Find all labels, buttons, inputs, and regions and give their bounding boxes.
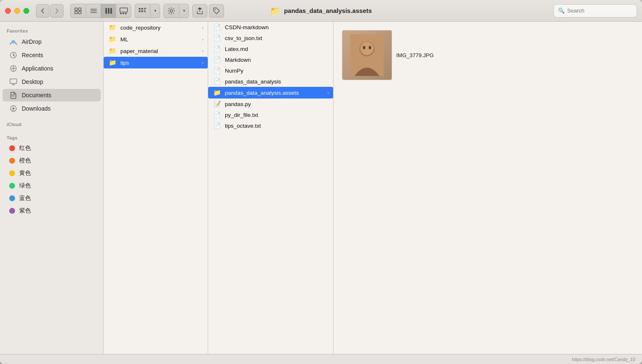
python-file-icon: 📝 bbox=[212, 101, 222, 107]
svg-rect-16 bbox=[139, 10, 140, 12]
list-item[interactable]: 📝 pandas.py bbox=[208, 99, 333, 109]
back-button[interactable] bbox=[36, 4, 49, 18]
desktop-icon bbox=[9, 78, 18, 86]
list-view-button[interactable] bbox=[86, 4, 101, 18]
preview-content: IMG_3779.JPG bbox=[334, 22, 642, 94]
list-item[interactable]: 📄 py_dir_file.txt bbox=[208, 109, 333, 120]
sidebar-item-label-airdrop: AirDrop bbox=[22, 38, 41, 45]
sidebar-item-tag-orange[interactable]: 橙色 bbox=[3, 155, 101, 167]
gallery-view-button[interactable] bbox=[116, 4, 131, 18]
sidebar-item-label-purple: 紫色 bbox=[19, 207, 31, 215]
sidebar-item-applications[interactable]: Applications bbox=[3, 62, 101, 75]
svg-rect-3 bbox=[79, 11, 81, 14]
sidebar-item-desktop[interactable]: Desktop bbox=[3, 76, 101, 88]
group-view-button[interactable] bbox=[135, 4, 150, 18]
purple-tag-dot bbox=[9, 208, 15, 214]
documents-icon bbox=[9, 91, 18, 99]
svg-rect-15 bbox=[141, 8, 143, 10]
sidebar-item-airdrop[interactable]: AirDrop bbox=[3, 35, 101, 48]
list-item[interactable]: 📄 pandas_data_analysis bbox=[208, 76, 333, 87]
item-label: tips bbox=[120, 60, 129, 66]
list-item[interactable]: 📄 csv_to_json.txt bbox=[208, 33, 333, 43]
forward-button[interactable] bbox=[50, 4, 64, 18]
list-item[interactable]: 📄 Markdown bbox=[208, 54, 333, 65]
svg-point-22 bbox=[215, 9, 216, 10]
list-item[interactable]: 📁 pandas_data_analysis.assets › bbox=[208, 87, 333, 99]
chevron-right-icon bbox=[55, 8, 59, 14]
column-view-button[interactable] bbox=[101, 4, 116, 18]
action-dropdown-group: ▾ bbox=[163, 4, 189, 18]
list-item[interactable]: 📄 CSDN-markdown bbox=[208, 22, 333, 33]
svg-rect-9 bbox=[110, 8, 112, 14]
svg-point-36 bbox=[363, 46, 365, 49]
share-button[interactable] bbox=[192, 4, 207, 18]
sidebar-item-label-red: 红色 bbox=[19, 144, 31, 152]
image-thumbnail bbox=[342, 30, 392, 80]
svg-point-21 bbox=[170, 10, 173, 12]
svg-point-37 bbox=[369, 46, 371, 49]
sidebar-item-label-downloads: Downloads bbox=[22, 105, 51, 112]
sidebar-item-tag-purple[interactable]: 紫色 bbox=[3, 205, 101, 217]
svg-rect-18 bbox=[144, 8, 146, 9]
gear-button[interactable] bbox=[164, 4, 179, 18]
close-button[interactable] bbox=[5, 8, 11, 14]
sidebar: Favorites AirDrop bbox=[0, 22, 104, 354]
file-icon: 📄 bbox=[212, 56, 222, 63]
sidebar-item-downloads[interactable]: Downloads bbox=[3, 102, 101, 115]
svg-rect-1 bbox=[79, 8, 81, 10]
list-item[interactable]: 📁 code_repository › bbox=[104, 22, 208, 33]
chevron-right-icon: › bbox=[202, 60, 204, 65]
toolbar-right: 🔍 bbox=[553, 4, 637, 18]
sidebar-item-tag-yellow[interactable]: 黄色 bbox=[3, 167, 101, 179]
maximize-button[interactable] bbox=[23, 8, 29, 14]
applications-icon bbox=[9, 64, 18, 73]
chevron-right-icon: › bbox=[202, 25, 204, 30]
group-dropdown-arrow[interactable]: ▾ bbox=[150, 4, 160, 18]
search-icon: 🔍 bbox=[558, 8, 565, 14]
item-label: py_dir_file.txt bbox=[225, 112, 258, 118]
title-text: pandas_data_analysis.assets bbox=[284, 7, 372, 14]
red-tag-dot bbox=[9, 145, 15, 151]
list-item[interactable]: 📁 ML › bbox=[104, 33, 208, 45]
share-icon bbox=[196, 7, 204, 15]
svg-rect-13 bbox=[125, 13, 127, 14]
list-item[interactable]: 📁 tips › bbox=[104, 57, 208, 68]
search-bar[interactable]: 🔍 bbox=[553, 4, 637, 18]
minimize-button[interactable] bbox=[14, 8, 20, 14]
folder-icon: 📁 bbox=[108, 35, 117, 43]
sidebar-item-recents[interactable]: Recents bbox=[3, 49, 101, 61]
item-label: NumPy bbox=[225, 68, 243, 74]
tag-button[interactable] bbox=[209, 4, 224, 18]
column-1: 📁 code_repository › 📁 ML › 📁 paper_mater… bbox=[104, 22, 208, 354]
list-item[interactable]: 📄 NumPy bbox=[208, 65, 333, 76]
gear-icon bbox=[168, 7, 175, 15]
sidebar-item-tag-red[interactable]: 红色 bbox=[3, 142, 101, 154]
svg-rect-14 bbox=[139, 8, 140, 10]
preview-column: IMG_3779.JPG bbox=[334, 22, 642, 354]
search-input[interactable] bbox=[567, 8, 632, 14]
traffic-lights bbox=[5, 8, 29, 14]
svg-rect-11 bbox=[120, 13, 122, 14]
grouped-grid-icon bbox=[138, 8, 147, 14]
list-item[interactable]: 📄 Latex.md bbox=[208, 43, 333, 54]
file-icon: 📄 bbox=[212, 35, 222, 41]
yellow-tag-dot bbox=[9, 170, 15, 176]
icon-view-button[interactable] bbox=[71, 4, 86, 18]
svg-point-35 bbox=[360, 42, 374, 55]
status-bar: https://blog.csdn.net/Candy_10 bbox=[0, 354, 642, 364]
svg-rect-17 bbox=[141, 10, 143, 12]
svg-rect-10 bbox=[120, 8, 127, 12]
sidebar-item-tag-blue[interactable]: 蓝色 bbox=[3, 192, 101, 204]
gallery-icon bbox=[120, 8, 128, 14]
columns-area: 📁 code_repository › 📁 ML › 📁 paper_mater… bbox=[104, 22, 642, 354]
chevron-right-icon: › bbox=[202, 48, 204, 53]
folder-icon: 📁 bbox=[270, 6, 280, 16]
sidebar-item-label-documents: Documents bbox=[22, 92, 51, 99]
sidebar-item-tag-green[interactable]: 绿色 bbox=[3, 180, 101, 192]
gear-dropdown-arrow[interactable]: ▾ bbox=[179, 4, 189, 18]
sidebar-item-label-recents: Recents bbox=[22, 52, 43, 58]
list-item[interactable]: 📄 tips_octave.txt bbox=[208, 120, 333, 131]
sidebar-item-documents[interactable]: Documents bbox=[3, 89, 101, 101]
list-item[interactable]: 📁 paper_material › bbox=[104, 45, 208, 57]
file-icon: 📄 bbox=[212, 111, 222, 118]
